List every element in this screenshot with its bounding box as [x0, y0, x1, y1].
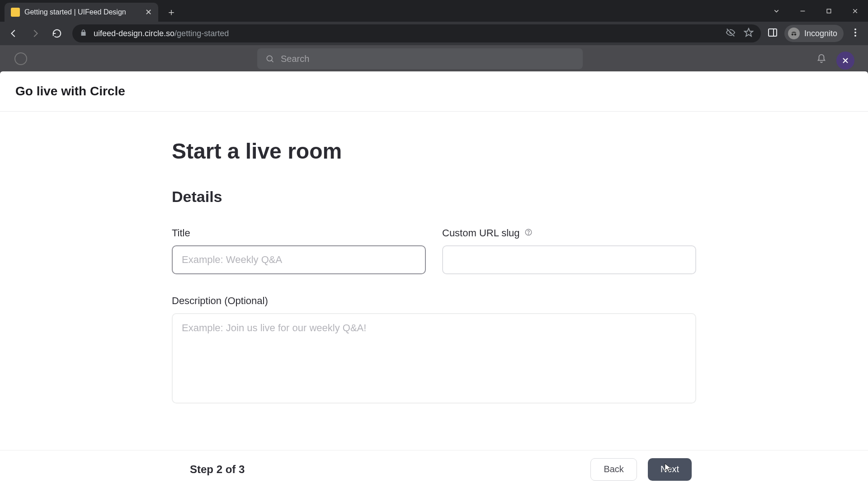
background-topbar: Search [0, 45, 868, 72]
nav-forward-button[interactable] [26, 24, 44, 42]
browser-tab[interactable]: Getting started | UIFeed Design ✕ [5, 3, 158, 22]
description-label: Description (Optional) [172, 295, 696, 307]
browser-toolbar: uifeed-design.circle.so/getting-started … [0, 22, 868, 45]
community-logo [14, 52, 27, 65]
app-viewport: Search Go live with Circle Start a live … [0, 45, 868, 488]
page-heading: Start a live room [172, 139, 696, 164]
window-close-button[interactable] [842, 2, 868, 20]
side-panel-icon[interactable] [767, 27, 778, 40]
help-icon[interactable] [524, 227, 533, 239]
browser-tab-strip: Getting started | UIFeed Design ✕ ＋ [0, 0, 868, 22]
tab-title: Getting started | UIFeed Design [24, 8, 141, 16]
background-search-bar: Search [257, 48, 583, 69]
bookmark-star-icon[interactable] [744, 28, 754, 39]
slug-input[interactable] [442, 245, 696, 274]
lock-icon [80, 29, 87, 38]
background-search-placeholder: Search [281, 54, 309, 64]
svg-point-17 [528, 234, 528, 234]
title-label: Title [172, 227, 426, 239]
incognito-icon [788, 28, 800, 39]
modal-title: Go live with Circle [0, 71, 868, 112]
svg-point-8 [794, 33, 797, 36]
step-indicator: Step 2 of 3 [190, 463, 245, 476]
search-icon [265, 54, 274, 63]
nav-back-button[interactable] [5, 24, 23, 42]
svg-marker-4 [745, 28, 753, 36]
svg-line-13 [271, 60, 273, 62]
back-button[interactable]: Back [590, 458, 637, 481]
modal-footer: Step 2 of 3 Back Next [0, 450, 868, 488]
svg-rect-1 [827, 9, 831, 13]
incognito-label: Incognito [804, 29, 837, 38]
svg-point-12 [267, 56, 272, 61]
tab-favicon [11, 8, 20, 17]
next-button[interactable]: Next [648, 458, 692, 481]
title-input[interactable] [172, 245, 426, 274]
notifications-icon [813, 50, 830, 67]
url-host: uifeed-design.circle.so [94, 29, 175, 38]
description-textarea[interactable] [172, 313, 696, 404]
eye-off-icon[interactable] [726, 28, 736, 39]
new-tab-button[interactable]: ＋ [164, 5, 179, 20]
browser-menu-icon[interactable] [850, 27, 861, 40]
svg-point-11 [854, 35, 856, 37]
svg-point-9 [854, 28, 856, 30]
tab-close-icon[interactable]: ✕ [145, 7, 152, 17]
section-heading: Details [172, 188, 696, 206]
next-button-label: Next [660, 464, 679, 474]
close-icon [841, 56, 850, 65]
svg-rect-5 [769, 29, 777, 36]
slug-label-text: Custom URL slug [442, 227, 520, 239]
svg-point-7 [792, 33, 794, 36]
svg-point-10 [854, 32, 856, 33]
modal-body[interactable]: Start a live room Details Title Custom U… [0, 112, 868, 450]
window-maximize-button[interactable] [816, 2, 842, 20]
nav-reload-button[interactable] [48, 24, 66, 42]
slug-label: Custom URL slug [442, 227, 696, 239]
url-text: uifeed-design.circle.so/getting-started [94, 29, 229, 38]
window-minimize-button[interactable] [789, 2, 816, 20]
address-bar[interactable]: uifeed-design.circle.so/getting-started [72, 24, 761, 42]
incognito-indicator[interactable]: Incognito [784, 25, 844, 42]
tabs-dropdown-icon[interactable] [763, 2, 789, 20]
modal-close-button[interactable] [836, 52, 854, 70]
modal-sheet: Go live with Circle Start a live room De… [0, 71, 868, 488]
url-path: /getting-started [175, 29, 229, 38]
